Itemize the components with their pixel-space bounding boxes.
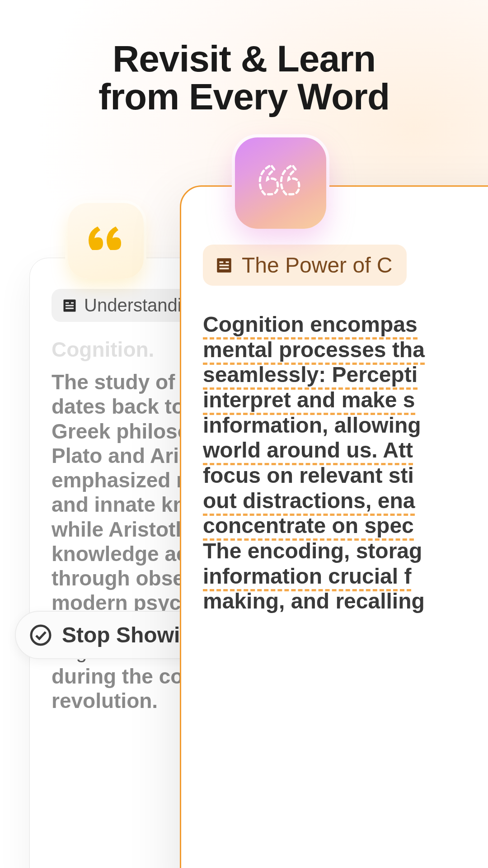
highlighted-text: world around us. Att (203, 438, 413, 465)
article-source-chip-front[interactable]: The Power of C (203, 245, 407, 286)
quote-badge-front (235, 137, 326, 229)
plain-text: The encoding, storag (203, 539, 422, 563)
highlighted-text: Cognition encompas (203, 312, 418, 340)
chip-label-front: The Power of C (242, 253, 392, 278)
article-icon (215, 256, 234, 275)
highlighted-text: seamlessly: Percepti (203, 363, 418, 390)
plain-text: focus on relevant sti (203, 463, 414, 487)
plain-text: information, allowing (203, 413, 421, 437)
quote-icon (83, 218, 128, 264)
highlighted-text: interpret and make s (203, 388, 415, 415)
article-icon (61, 297, 78, 314)
headline-line-2: from Every Word (0, 78, 488, 116)
highlighted-text: information crucial f (203, 564, 411, 591)
highlighted-text: out distractions, ena (203, 489, 415, 516)
svg-point-0 (31, 626, 50, 645)
article-card-front[interactable]: The Power of C Cognition encompas mental… (180, 185, 488, 868)
article-body-front: Cognition encompas mental processes tha … (203, 312, 488, 614)
quote-outline-icon (253, 155, 309, 211)
headline-line-1: Revisit & Learn (0, 40, 488, 78)
highlighted-text: mental processes tha (203, 338, 425, 365)
check-circle-icon (29, 624, 52, 646)
plain-text: making, and recalling (203, 589, 425, 613)
highlighted-text: concentrate on spec (203, 514, 414, 541)
quote-badge-back (68, 203, 144, 279)
stop-showing-label: Stop Showin (62, 623, 193, 647)
page-title: Revisit & Learn from Every Word (0, 40, 488, 115)
